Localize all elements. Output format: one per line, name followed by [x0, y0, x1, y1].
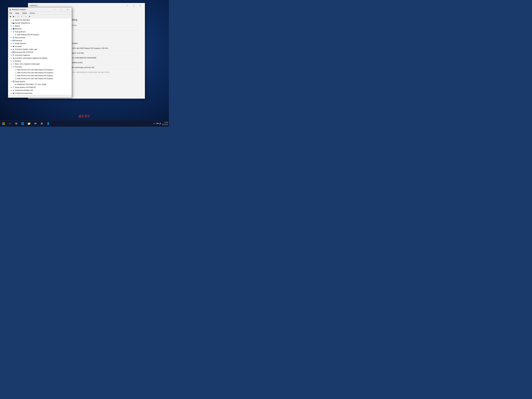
tree-item-label: SAMSUNG SSD PM871 2.5 7mm 128GB [17, 83, 46, 85]
taskbar-taskview-button[interactable]: ⧉ [13, 121, 19, 127]
tree-item[interactable]: ▶ 🖨 Kolejki wydruku [8, 42, 72, 45]
tree-item[interactable]: ▶ ⌨ Klawiatury [8, 39, 72, 42]
tree-expander [12, 75, 14, 77]
tree-item-label: Kolejki wydruku [15, 43, 26, 44]
spec-value: 00326-10000-00000-AA351 [61, 62, 138, 63]
devmgr-maximize-button[interactable]: □ [58, 7, 64, 12]
toolbar-forward[interactable]: ▶ [12, 15, 15, 18]
toolbar-help[interactable]: ? [20, 15, 23, 18]
toolbar-view[interactable]: 📊 [24, 15, 27, 18]
tree-item[interactable]: ⬜ AMD A8-6410 APU with AMD Radeon R5 Gra… [8, 68, 72, 71]
device-manager-window: 🖥 Menedżer urządzeń — □ ✕ PlikAkcjaWidok… [8, 7, 72, 98]
tree-item-icon: 🗄 [12, 54, 14, 56]
tree-item[interactable]: ▶ 🔌 Kontrolery uniwersalnej magistrali s… [8, 57, 72, 60]
toolbar-back[interactable]: ◀ [9, 15, 12, 18]
menu-item-pomoc[interactable]: Pomoc [29, 12, 36, 14]
toolbar-properties[interactable]: 📋 [17, 15, 20, 18]
tree-expander: ▶ [10, 51, 12, 53]
tree-item[interactable]: ⬜ AMD A8-6410 APU with AMD Radeon R5 Gra… [8, 74, 72, 77]
tree-item[interactable]: ▶ 🖱 Mysz i inne urządzenia wskazujące [8, 63, 72, 65]
tree-item[interactable]: ▼ 🖥 Karty graficzne [8, 30, 72, 33]
tree-item-icon: 💽 [12, 81, 14, 82]
spec-value: 4.00 GB (dostępne: 3,21 GB) [61, 52, 138, 54]
tree-expander [12, 77, 14, 80]
tree-item-icon: 🕹 [12, 89, 14, 91]
devmgr-close-button[interactable]: ✕ [64, 7, 71, 12]
menu-item-akcja[interactable]: Akcja [14, 12, 20, 14]
taskbar-keyboard-icon[interactable]: ⌨ [157, 123, 159, 124]
devmgr-menubar: PlikAkcjaWidokPomoc [8, 12, 72, 15]
tree-expander: ▶ [10, 57, 12, 59]
tree-item-icon: 🖥 [14, 34, 17, 36]
taskbar-start-button[interactable] [0, 121, 6, 127]
taskbar-settings-button[interactable]: ⚙ [39, 121, 45, 127]
tree-item-icon: 🖥 [12, 60, 14, 62]
taskbar-explorer-button[interactable]: 📁 [26, 121, 32, 127]
toolbar-computer[interactable]: 🖥 [28, 15, 31, 18]
tree-expander-root: ▼ [10, 19, 12, 21]
taskbar-lang-icon[interactable]: □ [155, 123, 156, 124]
tree-expander: ▶ [10, 28, 12, 30]
settings-close-button[interactable]: ✕ [137, 3, 143, 8]
tree-item[interactable]: ▶ 🔵 Bluetooth [8, 27, 72, 30]
tree-expander: ▼ [10, 31, 12, 33]
taskbar-mail-button[interactable]: ✉ [32, 121, 38, 127]
tree-item[interactable]: ▶ 🕹 Urządzenia interfejsu HID [8, 89, 72, 92]
taskbar-edge-button[interactable]: 🌐 [20, 121, 25, 127]
taskbar-volume-icon[interactable]: 🔊 [159, 122, 161, 125]
tree-item-icon: 📦 [12, 92, 14, 94]
tree-root-icon: 🖥 [12, 19, 14, 21]
tree-item-label: Kontrolery uniwersalnej magistrali szere… [15, 57, 47, 59]
taskbar-clock[interactable]: 11:58 22.10.20 [162, 121, 168, 126]
tree-item[interactable]: ⬜ AMD A8-6410 APU with AMD Radeon R5 Gra… [8, 71, 72, 74]
taskbar: ○⧉🌐📁✉⚙👤 ∧ □ ⌨ 🔊 11:58 22.10.20 [0, 120, 169, 127]
settings-maximize-button[interactable]: □ [131, 3, 137, 8]
tree-item[interactable]: ▶ 💻 Komputer [8, 45, 72, 48]
tree-item[interactable]: ▶ 🌐 Karty sieciowe [8, 36, 72, 39]
tree-item-icon: 🖱 [12, 63, 14, 65]
tree-expander: ▶ [10, 37, 12, 39]
devmgr-titlebar: 🖥 Menedżer urządzeń — □ ✕ [8, 7, 72, 12]
menu-item-widok[interactable]: Widok [22, 12, 27, 14]
tree-expander [12, 72, 14, 74]
tree-item[interactable]: ▶ 💾 Kontrolery IDE ATA/ATAPI [8, 51, 72, 54]
tree-item-icon: 🖨 [12, 42, 14, 44]
tree-item[interactable]: ▼ ⚙ Procesory [8, 65, 72, 68]
tree-item[interactable]: ▼ 💽 Stacje dysków [8, 80, 72, 83]
tree-expander: ▶ [10, 25, 12, 27]
tree-item[interactable]: ▶ 📷 Aparaty fotograficzne [8, 22, 72, 25]
tree-item[interactable]: ▶ 🗄 Kontrolery magazynu [8, 54, 72, 57]
taskbar-date: 22.10.20 [162, 124, 168, 126]
tree-item[interactable]: ▶ 🖥 Monitory [8, 60, 72, 63]
tree-item[interactable]: ▶ 🔋 Baterie [8, 25, 72, 27]
tree-item-label: Klawiatury [15, 40, 22, 42]
devmgr-minimize-button[interactable]: — [52, 7, 58, 12]
tree-item-icon: ⬜ [14, 77, 17, 80]
tree-expander: ▶ [10, 92, 12, 94]
tree-item-icon: 🔵 [12, 28, 14, 30]
tree-item[interactable]: ▶ 🔊 Kontrolery dźwięku, wideo i gier [8, 48, 72, 51]
tree-item-label: AMD A8-6410 APU with AMD Radeon R5 Graph… [17, 75, 53, 77]
taskbar-time: 11:58 [162, 121, 168, 123]
taskbar-search-button[interactable]: ○ [7, 121, 13, 127]
tree-root[interactable]: ▼ 🖥 DESKTOP-6MT09KP [8, 19, 72, 22]
settings-minimize-button[interactable]: — [124, 3, 130, 8]
menu-item-plik[interactable]: Plik [9, 12, 13, 14]
svg-rect-1 [4, 122, 5, 123]
settings-window-title: Ustawienia [30, 5, 38, 6]
devmgr-tree[interactable]: ▼ 🖥 DESKTOP-6MT09KP ▶ 📷 Aparaty fotograf… [8, 18, 72, 95]
tree-expander [12, 34, 14, 36]
tree-item[interactable]: ➖ SAMSUNG SSD PM871 2.5 7mm 128GB [8, 83, 72, 86]
taskbar-people-button[interactable]: 👤 [45, 121, 51, 127]
tree-expander: ▼ [10, 81, 12, 82]
tree-expander: ▼ [10, 66, 12, 68]
settings-window-controls: — □ ✕ [124, 3, 143, 8]
tree-item-icon: ⚙ [12, 66, 14, 68]
tree-item[interactable]: ▶ 📦 Urządzenia programowe [8, 92, 72, 95]
tree-item[interactable]: ▶ 💿 Stacje dysków CD-ROM/DVD [8, 86, 72, 89]
taskbar-notification-icon[interactable]: ∧ [153, 122, 155, 125]
tree-item[interactable]: ⬜ AMD A8-6410 APU with AMD Radeon R5 Gra… [8, 77, 72, 80]
tree-expander: ▶ [10, 54, 12, 56]
devmgr-window-controls: — □ ✕ [52, 7, 71, 12]
tree-item[interactable]: 🖥 AMD Radeon(TM) R5 Graphics [8, 33, 72, 36]
